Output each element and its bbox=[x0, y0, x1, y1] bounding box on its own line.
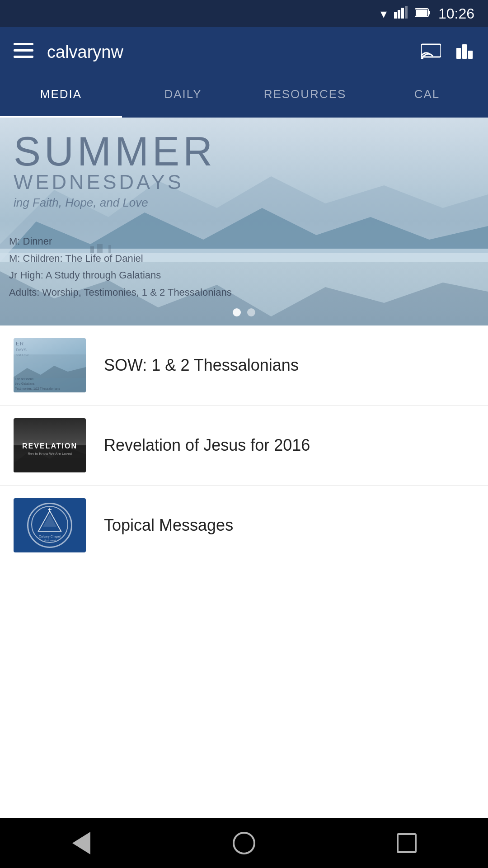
wifi-icon: ▾ bbox=[380, 6, 387, 21]
item-title-sow: SOW: 1 & 2 Thessalonians bbox=[104, 355, 299, 376]
svg-rect-6 bbox=[416, 9, 427, 16]
back-icon bbox=[72, 832, 90, 854]
recents-icon bbox=[397, 833, 417, 853]
hero-line4: Adults: Worship, Testimonies, 1 & 2 Thes… bbox=[9, 284, 232, 301]
thumb-revelation-title: REVELATION bbox=[22, 442, 77, 450]
home-icon bbox=[233, 832, 255, 854]
svg-rect-5 bbox=[428, 11, 430, 14]
svg-rect-2 bbox=[401, 8, 404, 19]
svg-rect-13 bbox=[462, 44, 467, 59]
status-time: 10:26 bbox=[438, 5, 474, 22]
thumb-revelation-subtitle: Rev to Know We Are Loved bbox=[22, 452, 77, 456]
hamburger-menu-icon[interactable] bbox=[14, 43, 33, 61]
svg-marker-31 bbox=[43, 514, 56, 527]
status-bar: ▾ 10:26 bbox=[0, 0, 488, 27]
svg-rect-3 bbox=[405, 6, 408, 19]
item-title-topical: Topical Messages bbox=[104, 515, 233, 536]
calvary-logo-circle: Calvary Chapel Northwest bbox=[27, 503, 72, 548]
chart-icon[interactable] bbox=[455, 42, 474, 63]
svg-text:Calvary Chapel: Calvary Chapel bbox=[39, 535, 61, 538]
hero-title-summer: SUMMER bbox=[14, 131, 216, 172]
list-item-revelation[interactable]: REVELATION Rev to Know We Are Loved Reve… bbox=[0, 406, 488, 486]
media-list: ER DAYS and Love Life of Daniel thru Gal… bbox=[0, 326, 488, 818]
list-item-topical[interactable]: Calvary Chapel Northwest Topical Message… bbox=[0, 486, 488, 565]
list-item-sow[interactable]: ER DAYS and Love Life of Daniel thru Gal… bbox=[0, 326, 488, 406]
tab-media[interactable]: MEDIA bbox=[0, 77, 122, 118]
cast-icon[interactable] bbox=[421, 42, 441, 63]
calvary-logo-text: Calvary Chapel Northwest bbox=[29, 504, 70, 547]
svg-rect-0 bbox=[394, 12, 397, 19]
svg-rect-7 bbox=[14, 43, 33, 45]
svg-rect-12 bbox=[456, 48, 461, 59]
hero-banner: SUMMER WEDNESDAYS ing Faith, Hope, and L… bbox=[0, 118, 488, 326]
tab-daily[interactable]: DAILY bbox=[122, 77, 244, 118]
hero-line3: Jr High: A Study through Galatians bbox=[9, 267, 232, 283]
svg-rect-14 bbox=[468, 51, 473, 59]
thumbnail-sow: ER DAYS and Love Life of Daniel thru Gal… bbox=[14, 338, 86, 392]
hero-line2: M: Children: The Life of Daniel bbox=[9, 250, 232, 267]
dot-2[interactable] bbox=[247, 308, 255, 316]
hero-line1: M: Dinner bbox=[9, 233, 232, 250]
thumbnail-topical: Calvary Chapel Northwest bbox=[14, 498, 86, 552]
back-button[interactable] bbox=[63, 825, 99, 861]
tab-cal[interactable]: CAL bbox=[366, 77, 488, 118]
hero-bottom-text: M: Dinner M: Children: The Life of Danie… bbox=[9, 233, 232, 301]
signal-icon bbox=[394, 6, 408, 22]
svg-rect-1 bbox=[398, 10, 400, 19]
app-bar-actions bbox=[421, 42, 474, 63]
hero-text-overlay: SUMMER WEDNESDAYS ing Faith, Hope, and L… bbox=[14, 131, 216, 210]
item-title-revelation: Revelation of Jesus for 2016 bbox=[104, 435, 310, 456]
thumbnail-revelation: REVELATION Rev to Know We Are Loved bbox=[14, 418, 86, 472]
status-icons: ▾ 10:26 bbox=[380, 5, 474, 22]
battery-icon bbox=[415, 6, 431, 21]
tab-resources[interactable]: RESOURCES bbox=[244, 77, 366, 118]
app-bar: calvarynw bbox=[0, 27, 488, 77]
nav-bar bbox=[0, 818, 488, 868]
svg-rect-8 bbox=[14, 49, 33, 52]
dot-1[interactable] bbox=[233, 308, 241, 316]
home-button[interactable] bbox=[226, 825, 262, 861]
recents-button[interactable] bbox=[389, 825, 425, 861]
svg-text:Northwest: Northwest bbox=[43, 539, 56, 542]
app-title: calvarynw bbox=[47, 42, 421, 62]
hero-subtitle: ing Faith, Hope, and Love bbox=[14, 196, 216, 210]
tab-bar: MEDIA DAILY RESOURCES CAL bbox=[0, 77, 488, 118]
hero-pagination-dots bbox=[233, 308, 255, 316]
hero-title-wednesday: WEDNESDAYS bbox=[14, 172, 216, 192]
svg-rect-9 bbox=[14, 56, 33, 58]
